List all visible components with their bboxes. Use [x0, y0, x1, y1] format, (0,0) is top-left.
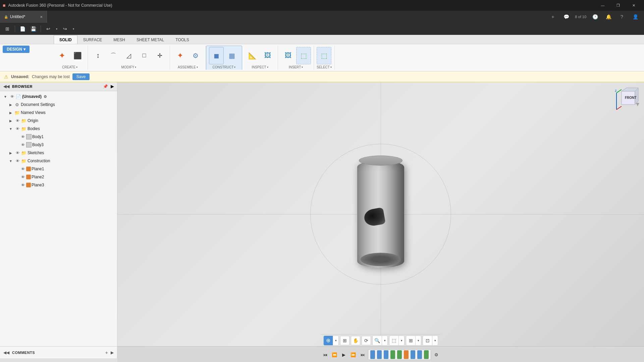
tree-item-sketches[interactable]: ▶ 👁 📁 Sketches [0, 149, 117, 157]
comments-pin-icon[interactable]: ▶ [111, 350, 114, 355]
env-button[interactable]: ⊡ [423, 336, 432, 345]
snap-button[interactable]: ⊕ [324, 336, 333, 345]
display2-button[interactable]: ⊞ [340, 336, 350, 345]
root-settings-icon[interactable]: ⚙ [44, 95, 47, 99]
fillet-button[interactable]: ⌒ [106, 47, 121, 64]
timeline-prev-button[interactable]: ⏪ [330, 351, 338, 359]
assemble-new-component-button[interactable]: ✦ [173, 47, 187, 64]
tree-item-plane3[interactable]: 👁 Plane3 [0, 181, 117, 189]
construction-arrow[interactable]: ▼ [8, 158, 13, 164]
file-tab-active[interactable]: 🔒 Untitled* ✕ [0, 11, 47, 23]
save-button[interactable]: 💾 [29, 24, 38, 34]
close-tab-icon[interactable]: ✕ [40, 15, 43, 19]
browser-pin-icon[interactable]: 📌 [103, 84, 108, 89]
timeline-next-button[interactable]: ⏩ [349, 351, 357, 359]
tree-item-doc-settings[interactable]: ▶ ⚙ Document Settings [0, 101, 117, 109]
timeline-marker[interactable] [377, 350, 382, 359]
undo-dropdown[interactable]: ▾ [54, 24, 59, 34]
tree-item-construction[interactable]: ▼ 👁 📁 Construction [0, 157, 117, 165]
zoom-arrow-button[interactable]: ▾ [382, 336, 387, 345]
env-arrow-button[interactable]: ▾ [432, 336, 438, 345]
construct-group-label[interactable]: CONSTRUCT ▾ [213, 65, 236, 69]
insert-select-button[interactable]: ⬚ [296, 47, 311, 64]
close-button[interactable]: ✕ [626, 0, 641, 11]
timeline-last-button[interactable]: ⏭ [359, 351, 367, 359]
timeline-marker[interactable] [417, 350, 422, 359]
origin-eye-icon[interactable]: 👁 [15, 118, 20, 123]
pan-button[interactable]: ✋ [351, 336, 360, 345]
view-cube[interactable]: Z FRONT [613, 86, 640, 113]
snap-arrow-button[interactable]: ▾ [333, 336, 338, 345]
shell-button[interactable]: □ [137, 47, 152, 64]
tree-item-plane2[interactable]: 👁 Plane2 [0, 173, 117, 181]
redo-dropdown[interactable]: ▾ [71, 24, 76, 34]
tree-item-plane1[interactable]: 👁 Plane1 [0, 165, 117, 173]
insert-group-label[interactable]: INSERT ▾ [289, 65, 303, 69]
insert-image-button[interactable]: 🖼 [281, 47, 296, 64]
timeline-marker[interactable] [384, 350, 388, 359]
timeline-marker[interactable] [397, 350, 402, 359]
comments-add-icon[interactable]: + [105, 350, 108, 355]
midplane-button[interactable]: ▦ [224, 47, 239, 64]
body1-eye-icon[interactable]: 👁 [20, 134, 25, 139]
press-pull-button[interactable]: ↕ [91, 47, 105, 64]
zoom-button[interactable]: 🔍 [373, 336, 382, 345]
bodies-arrow[interactable]: ▼ [8, 126, 13, 131]
move-button[interactable]: ✛ [152, 47, 167, 64]
orbit-button[interactable]: ⟳ [362, 336, 371, 345]
design-dropdown[interactable]: DESIGN ▾ [3, 46, 30, 53]
timeline-marker[interactable] [370, 350, 375, 359]
root-eye-icon[interactable]: 👁 [9, 94, 15, 99]
body3-eye-icon[interactable]: 👁 [20, 142, 25, 147]
minimize-button[interactable]: — [595, 0, 610, 11]
named-views-arrow[interactable]: ▶ [8, 110, 13, 115]
timeline-marker[interactable] [404, 350, 409, 359]
sketches-eye-icon[interactable]: 👁 [15, 150, 20, 156]
new-file-button[interactable]: 📄 [18, 24, 27, 34]
sketches-arrow[interactable]: ▶ [8, 150, 13, 156]
section-button[interactable]: 🖼 [260, 47, 275, 64]
tab-mesh[interactable]: MESH [108, 35, 131, 44]
browser-collapse-left[interactable]: ◀◀ [3, 84, 9, 89]
doc-settings-arrow[interactable]: ▶ [8, 102, 13, 107]
tree-item-body1[interactable]: 👁 Body1 [0, 133, 117, 141]
plane1-eye-icon[interactable]: 👁 [20, 166, 25, 172]
undo-button[interactable]: ↩ [44, 24, 53, 34]
add-tab-button[interactable]: + [548, 12, 557, 21]
tab-surface[interactable]: SURFACE [77, 35, 108, 44]
create-group-label[interactable]: CREATE ▾ [62, 65, 77, 69]
display-mode-button[interactable]: ⬚ [389, 336, 399, 345]
timeline-marker[interactable] [390, 350, 395, 359]
timeline-track[interactable] [368, 349, 431, 360]
select-button[interactable]: ⬚ [317, 47, 331, 64]
timeline-marker[interactable] [424, 350, 429, 359]
clock-button[interactable]: 🕐 [590, 12, 600, 21]
save-unsaved-button[interactable]: Save [72, 73, 90, 80]
user-button[interactable]: 👤 [631, 12, 640, 21]
create-extrude-button[interactable]: ⬛ [70, 47, 85, 64]
plane3-eye-icon[interactable]: 👁 [20, 182, 25, 188]
timeline-first-button[interactable]: ⏮ [321, 351, 329, 359]
select-group-label[interactable]: SELECT ▾ [317, 65, 332, 69]
chat-button[interactable]: 💬 [561, 12, 571, 21]
modify-group-label[interactable]: MODIFY ▾ [121, 65, 137, 69]
plane2-eye-icon[interactable]: 👁 [20, 174, 25, 180]
tree-item-bodies[interactable]: ▼ 👁 📁 Bodies [0, 125, 117, 133]
grid-button[interactable]: ⊞ [406, 336, 416, 345]
chamfer-button[interactable]: ◿ [121, 47, 136, 64]
app-grid-button[interactable]: ⊞ [3, 24, 12, 34]
create-new-component-button[interactable]: ✦ [55, 47, 69, 64]
joint-button[interactable]: ⚙ [188, 47, 203, 64]
browser-expand-icon[interactable]: ▶ [111, 84, 114, 89]
origin-arrow[interactable]: ▶ [8, 118, 13, 123]
assemble-group-label[interactable]: ASSEMBLE ▾ [178, 65, 198, 69]
measure-button[interactable]: 📐 [245, 47, 260, 64]
maximize-button[interactable]: ❐ [610, 0, 626, 11]
construction-eye-icon[interactable]: 👁 [15, 158, 20, 164]
redo-button[interactable]: ↪ [60, 24, 70, 34]
tree-item-origin[interactable]: ▶ 👁 📁 Origin [0, 117, 117, 125]
offset-plane-button[interactable]: ◼ [209, 47, 224, 64]
grid-arrow-button[interactable]: ▾ [416, 336, 421, 345]
timeline-settings-button[interactable]: ⚙ [432, 351, 440, 359]
display-mode-arrow-button[interactable]: ▾ [399, 336, 404, 345]
